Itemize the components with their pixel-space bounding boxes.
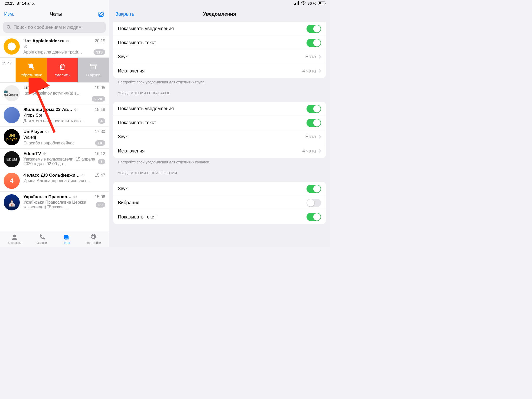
toggle-switch[interactable] bbox=[307, 213, 321, 221]
tab-settings[interactable]: Настройки bbox=[86, 234, 101, 245]
search-input[interactable]: Поиск по сообщениям и людям bbox=[3, 22, 106, 33]
setting-channel-sound[interactable]: Звук Нота bbox=[113, 130, 326, 144]
swipe-actions: 19:47 Убрать звук Удалить В архив bbox=[0, 58, 109, 83]
setting-value: Нота bbox=[305, 134, 316, 139]
setting-value: 4 чата bbox=[302, 68, 316, 74]
setting-value: Нота bbox=[305, 54, 316, 59]
avatar: EDEM bbox=[4, 151, 20, 167]
swipe-archive-label: В архив bbox=[86, 73, 101, 77]
trash-icon bbox=[58, 63, 66, 71]
chat-list[interactable]: Чат AppleInsider.ru 20:15 ⌘ Apple открыл… bbox=[0, 36, 109, 231]
chat-preview: Уважаемые пользователи! 15 апреля 2020 г… bbox=[23, 157, 96, 166]
statusbar-right: 36 % bbox=[109, 0, 330, 6]
muted-icon bbox=[73, 195, 77, 199]
unread-badge: 313 bbox=[94, 49, 105, 55]
edit-button[interactable]: Изм. bbox=[4, 11, 14, 17]
toggle-switch[interactable] bbox=[307, 199, 321, 207]
tab-calls[interactable]: Звонки bbox=[37, 234, 47, 245]
chat-name: UniPlayer bbox=[23, 129, 44, 134]
settings-content[interactable]: Показывать уведомления Показывать текст … bbox=[109, 22, 330, 247]
setting-inapp-sound[interactable]: Звук bbox=[113, 182, 326, 196]
chat-preview: Для этого надо поставить сво… bbox=[23, 119, 85, 123]
archive-icon bbox=[89, 63, 97, 71]
swipe-delete-button[interactable]: Удалить bbox=[47, 58, 78, 82]
wifi-icon bbox=[301, 1, 306, 5]
avatar: UNIplayer bbox=[4, 129, 20, 145]
chat-time: 20:15 bbox=[95, 39, 105, 43]
close-button[interactable]: Закрыть bbox=[115, 11, 134, 17]
chat-row[interactable]: EDEM EdemTV 16:12 Уважаемые пользователи… bbox=[0, 149, 109, 170]
tab-chats[interactable]: Чаты bbox=[63, 234, 70, 245]
chat-row[interactable]: ⛪ Українська Правосл… 15:06 Українська П… bbox=[0, 192, 109, 213]
setting-label: Звук bbox=[118, 54, 128, 59]
chat-row[interactable]: UNIplayer UniPlayer 17:30 Walerij Спасиб… bbox=[0, 127, 109, 149]
setting-label: Исключения bbox=[118, 148, 145, 154]
swipe-mute-button[interactable]: Убрать звук bbox=[16, 58, 47, 82]
swipe-mute-label: Убрать звук bbox=[21, 73, 42, 77]
battery-icon bbox=[318, 2, 325, 5]
toggle-switch[interactable] bbox=[307, 105, 321, 113]
setting-channel-exceptions[interactable]: Исключения 4 чата bbox=[113, 144, 326, 158]
svg-point-9 bbox=[303, 4, 304, 5]
setting-label: Исключения bbox=[118, 68, 145, 74]
tab-contacts[interactable]: Контакты bbox=[8, 234, 21, 245]
chat-sender: Игорь Spr bbox=[23, 113, 105, 118]
toggle-switch[interactable] bbox=[307, 185, 321, 193]
toggle-switch[interactable] bbox=[307, 39, 321, 47]
chat-preview: Apple открыла данные траф… bbox=[23, 50, 82, 55]
chat-preview: Українська Православна Церква закрепил(а… bbox=[23, 200, 94, 209]
left-header: Изм. Чаты bbox=[0, 6, 109, 22]
setting-exceptions[interactable]: Исключения 4 чата bbox=[113, 64, 326, 78]
unread-badge: 2,2K bbox=[92, 96, 105, 102]
group-header: УВЕДОМЛЕНИЯ В ПРИЛОЖЕНИИ bbox=[109, 164, 330, 177]
chat-time: 19:05 bbox=[95, 85, 105, 90]
chevron-right-icon bbox=[318, 135, 321, 139]
setting-show-text[interactable]: Показывать текст bbox=[113, 36, 326, 50]
chats-icon bbox=[63, 234, 70, 241]
setting-channel-show-text[interactable]: Показывать текст bbox=[113, 116, 326, 130]
tab-bar: Контакты Звонки Чаты Настройки bbox=[0, 231, 109, 247]
setting-inapp-vibration[interactable]: Вибрация bbox=[113, 196, 326, 210]
setting-sound[interactable]: Звук Нота bbox=[113, 50, 326, 64]
muted-icon bbox=[43, 152, 46, 156]
setting-label: Показывать уведомления bbox=[118, 106, 174, 111]
phone-icon bbox=[38, 234, 46, 241]
toggle-switch[interactable] bbox=[307, 25, 321, 33]
chat-row[interactable]: 📺 ЛАЙФТВ Life TV.eu 19:05 Igor Gerasimov… bbox=[0, 83, 109, 104]
unread-badge: 1K bbox=[95, 140, 105, 146]
compose-icon[interactable] bbox=[98, 11, 105, 17]
muted-icon bbox=[81, 174, 85, 177]
search-placeholder: Поиск по сообщениям и людям bbox=[14, 25, 82, 30]
left-title: Чаты bbox=[14, 11, 98, 17]
chat-row[interactable]: 4 4 класс Д/З Сольфеджи… 15:47 Ирина Але… bbox=[0, 170, 109, 192]
setting-channel-notifications[interactable]: Показывать уведомления bbox=[113, 102, 326, 116]
swipe-archive-button[interactable]: В архив bbox=[78, 58, 109, 82]
chat-preview: Igor Gerasimov вступил(а) в… bbox=[23, 91, 81, 96]
setting-label: Показывать текст bbox=[118, 214, 156, 220]
tab-label: Звонки bbox=[37, 241, 47, 245]
chat-name: EdemTV bbox=[23, 151, 41, 156]
chat-time: 17:30 bbox=[95, 129, 105, 134]
svg-rect-8 bbox=[298, 1, 299, 5]
setting-label: Показывать уведомления bbox=[118, 26, 174, 31]
tab-label: Чаты bbox=[63, 241, 70, 245]
chat-time: 16:12 bbox=[95, 151, 105, 156]
toggle-switch[interactable] bbox=[307, 119, 321, 127]
setting-label: Вибрация bbox=[118, 200, 139, 205]
muted-icon bbox=[66, 39, 70, 43]
setting-inapp-show-text[interactable]: Показывать текст bbox=[113, 210, 326, 224]
avatar: 📺 ЛАЙФТВ bbox=[4, 85, 20, 101]
chat-glyph: ⌘ bbox=[23, 44, 105, 49]
unread-badge: 29 bbox=[96, 202, 105, 208]
chat-preview: Ирина Александровна Лисовая п… bbox=[23, 178, 92, 183]
chevron-right-icon bbox=[318, 69, 321, 73]
unread-badge: 4 bbox=[98, 118, 105, 124]
chat-time: 15:47 bbox=[95, 173, 105, 178]
chat-row[interactable]: Жильцы дома 23-Ав… 18:18 Игорь Spr Для э… bbox=[0, 104, 109, 127]
status-date: Вт 14 апр. bbox=[17, 1, 35, 5]
group-footer: Настройте свои уведомления для отдельных… bbox=[109, 78, 330, 84]
chat-name: Чат AppleInsider.ru bbox=[23, 38, 64, 44]
contact-icon bbox=[11, 234, 18, 241]
chat-row[interactable]: Чат AppleInsider.ru 20:15 ⌘ Apple открыл… bbox=[0, 36, 109, 58]
setting-show-notifications[interactable]: Показывать уведомления bbox=[113, 22, 326, 36]
